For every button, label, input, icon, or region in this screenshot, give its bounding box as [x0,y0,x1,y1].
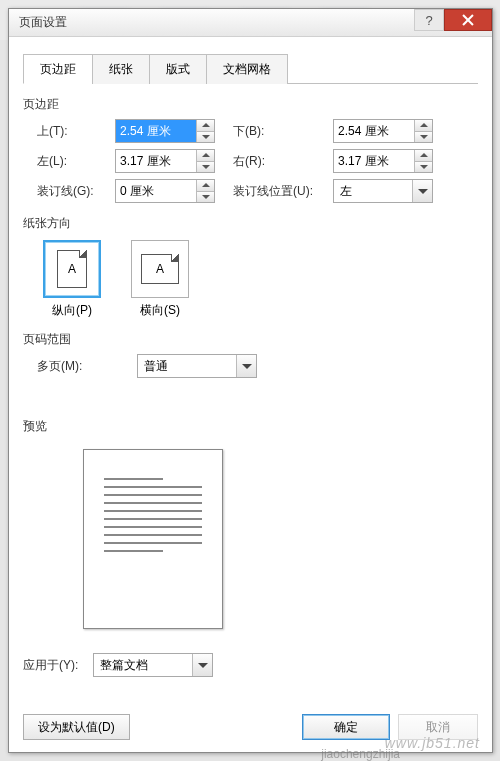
multi-label: 多页(M): [37,358,137,375]
bottom-label: 下(B): [233,123,333,140]
apply-value: 整篇文档 [94,657,192,674]
multi-dropdown[interactable] [236,355,256,377]
gutter-label: 装订线(G): [37,183,115,200]
gutter-spin-down[interactable] [197,191,214,203]
top-input[interactable] [116,120,196,142]
landscape-label: 横向(S) [131,302,189,319]
tab-margins[interactable]: 页边距 [23,54,93,84]
close-icon [462,14,474,26]
bottom-input[interactable] [334,120,414,142]
left-spin-up[interactable] [197,150,214,161]
chevron-down-icon [242,364,252,369]
chevron-down-icon [420,135,428,139]
multi-combo[interactable]: 普通 [137,354,257,378]
chevron-down-icon [202,195,210,199]
chevron-down-icon [198,663,208,668]
page-portrait-icon: A [57,250,87,288]
right-label: 右(R): [233,153,333,170]
bottom-spin-down[interactable] [415,131,432,143]
orientation-group: 纸张方向 A 纵向(P) A 横向(S) [23,215,478,319]
page-setup-dialog: 页面设置 ? 页边距 纸张 版式 文档网格 页边距 上(T): 下(B): [8,8,493,753]
gutter-pos-label: 装订线位置(U): [233,183,333,200]
multi-value: 普通 [138,358,236,375]
right-input[interactable] [334,150,414,172]
gutter-spin-up[interactable] [197,180,214,191]
tab-grid[interactable]: 文档网格 [206,54,288,84]
apply-combo[interactable]: 整篇文档 [93,653,213,677]
tab-layout[interactable]: 版式 [149,54,207,84]
preview-page [83,449,223,629]
pages-group: 页码范围 多页(M): 普通 [23,331,478,378]
ok-button[interactable]: 确定 [302,714,390,740]
orientation-group-label: 纸张方向 [23,215,478,232]
gutter-pos-value: 左 [334,183,412,200]
page-landscape-icon: A [141,254,179,284]
preview-group-label: 预览 [23,418,478,435]
bottom-spin-up[interactable] [415,120,432,131]
chevron-down-icon [420,165,428,169]
margins-group-label: 页边距 [23,96,478,113]
left-label: 左(L): [37,153,115,170]
right-spin-up[interactable] [415,150,432,161]
apply-label: 应用于(Y): [23,657,93,674]
close-button[interactable] [444,9,492,31]
apply-dropdown[interactable] [192,654,212,676]
top-label: 上(T): [37,123,115,140]
pages-group-label: 页码范围 [23,331,478,348]
tab-strip: 页边距 纸张 版式 文档网格 [23,53,478,84]
left-spin-down[interactable] [197,161,214,173]
watermark-2: jiaochengzhijia [321,747,400,761]
chevron-up-icon [420,123,428,127]
chevron-down-icon [202,135,210,139]
gutter-spinner[interactable] [115,179,215,203]
margins-group: 页边距 上(T): 下(B): 左(L): 右(R [23,96,478,203]
preview-group: 预览 [23,418,478,629]
set-default-button[interactable]: 设为默认值(D) [23,714,130,740]
top-spin-down[interactable] [197,131,214,143]
gutter-input[interactable] [116,180,196,202]
chevron-up-icon [202,153,210,157]
top-spinner[interactable] [115,119,215,143]
gutter-pos-combo[interactable]: 左 [333,179,433,203]
tab-paper[interactable]: 纸张 [92,54,150,84]
right-spin-down[interactable] [415,161,432,173]
left-input[interactable] [116,150,196,172]
chevron-down-icon [418,189,428,194]
orientation-portrait[interactable]: A 纵向(P) [43,240,101,319]
right-spinner[interactable] [333,149,433,173]
top-spin-up[interactable] [197,120,214,131]
portrait-label: 纵向(P) [43,302,101,319]
bottom-spinner[interactable] [333,119,433,143]
gutter-pos-dropdown[interactable] [412,180,432,202]
landscape-icon-frame: A [131,240,189,298]
orientation-landscape[interactable]: A 横向(S) [131,240,189,319]
help-button[interactable]: ? [414,9,444,31]
portrait-icon-frame: A [43,240,101,298]
chevron-up-icon [420,153,428,157]
left-spinner[interactable] [115,149,215,173]
chevron-up-icon [202,183,210,187]
chevron-up-icon [202,123,210,127]
titlebar[interactable]: 页面设置 ? [9,9,492,37]
chevron-down-icon [202,165,210,169]
window-title: 页面设置 [19,14,67,31]
